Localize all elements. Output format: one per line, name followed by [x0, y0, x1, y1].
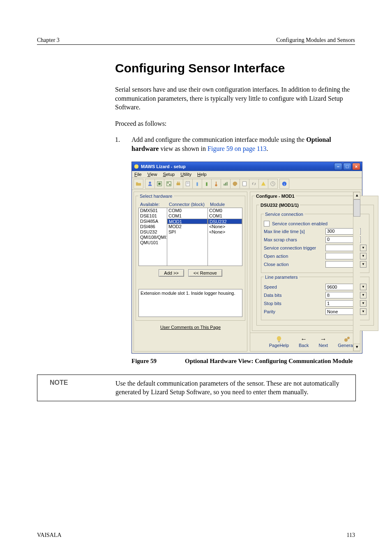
trigger-label: Service connection trigger	[264, 245, 325, 250]
paragraph-intro: Serial sensors have and use their own co…	[115, 85, 355, 112]
tb-warn-icon[interactable]	[258, 179, 268, 189]
tb-report-icon[interactable]	[240, 179, 249, 189]
service-legend: Service connection	[264, 212, 304, 217]
module-item-selected[interactable]: DSU232	[208, 219, 242, 224]
wizard-navbar: PageHelp ← Back → Next	[250, 333, 360, 351]
note-box: NOTE Use the default communication param…	[37, 375, 356, 401]
tb-link-icon[interactable]	[249, 179, 259, 189]
speed-select[interactable]: 9600▼	[325, 284, 367, 290]
tb-board2-icon[interactable]	[164, 179, 174, 189]
tb-user-icon[interactable]	[145, 179, 155, 189]
parity-select[interactable]: None▼	[325, 308, 367, 315]
menu-help[interactable]: Help	[197, 172, 207, 177]
module-item[interactable]: COM0	[208, 208, 242, 213]
user-comments-link[interactable]: User Comments on This Page	[134, 322, 247, 332]
titlebar[interactable]: MAWS Lizard - setup – □ ×	[132, 162, 362, 171]
svg-rect-23	[278, 341, 280, 342]
svg-point-25	[347, 337, 350, 339]
chevron-down-icon[interactable]: ▼	[360, 261, 366, 267]
chevron-down-icon[interactable]: ▼	[360, 309, 366, 314]
remove-button[interactable]: << Remove	[188, 269, 222, 277]
connector-item[interactable]: SPI	[167, 229, 208, 235]
idle-label: Max line idle time [s]	[264, 229, 325, 234]
select-hardware-legend: Select hardware	[138, 194, 174, 199]
chevron-down-icon[interactable]: ▼	[360, 292, 366, 298]
header-right: Configuring Modules and Sensors	[276, 37, 355, 44]
databits-label: Data bits	[264, 293, 325, 298]
speed-label: Speed	[264, 284, 325, 289]
connector-item[interactable]: MOD2	[167, 224, 208, 229]
svg-rect-12	[196, 182, 198, 186]
bulb-icon	[269, 335, 289, 343]
menu-utility[interactable]: Utility	[180, 172, 191, 177]
module-item[interactable]: <None>	[208, 224, 242, 229]
pagehelp-button[interactable]: PageHelp	[269, 335, 289, 348]
menu-setup[interactable]: Setup	[163, 172, 175, 177]
header-rule	[37, 44, 355, 45]
tb-palette-icon[interactable]	[230, 179, 240, 189]
menu-file[interactable]: File	[134, 172, 142, 177]
step-text-a: Add and configure the communication inte…	[131, 136, 306, 143]
svg-rect-2	[158, 183, 160, 185]
svg-point-0	[149, 181, 151, 183]
tb-open-icon[interactable]	[134, 179, 143, 189]
available-item[interactable]: DSI485A	[139, 219, 167, 224]
chevron-down-icon[interactable]: ▼	[360, 284, 366, 290]
open-select[interactable]: ▼	[325, 253, 367, 259]
tb-thermo-icon[interactable]	[211, 179, 221, 189]
right-scrollbar[interactable]: ▴ ▾	[353, 192, 360, 351]
available-item[interactable]: DSI486	[139, 224, 167, 229]
chevron-down-icon[interactable]: ▼	[360, 245, 366, 251]
maximize-button[interactable]: □	[343, 163, 351, 170]
available-item[interactable]: DMX501	[139, 208, 167, 213]
menu-view[interactable]: View	[148, 172, 157, 177]
tb-doc-icon[interactable]	[183, 179, 193, 189]
open-label: Open action	[264, 254, 325, 259]
parity-label: Parity	[264, 309, 325, 314]
back-button[interactable]: ← Back	[299, 335, 309, 348]
tb-board1-icon[interactable]	[154, 179, 164, 189]
header-left: Chapter 3	[37, 37, 60, 44]
stopbits-label: Stop bits	[264, 301, 325, 306]
close-select[interactable]: ▼	[325, 261, 367, 268]
stopbits-select[interactable]: 1▼	[325, 300, 367, 307]
scroll-up-icon[interactable]: ▴	[353, 192, 360, 199]
maws-lizard-window: MAWS Lizard - setup – □ × File View Setu…	[131, 162, 362, 354]
trigger-select[interactable]: ▼	[325, 245, 367, 251]
tb-sensor2-icon[interactable]	[202, 179, 212, 189]
arrow-left-icon: ←	[299, 335, 309, 343]
module-item[interactable]: COM1	[208, 213, 242, 219]
minimize-button[interactable]: –	[334, 163, 342, 170]
connector-list[interactable]: COM0 COM1 MOD1 MOD2 SPI	[167, 208, 208, 266]
available-item[interactable]: QMI108/QMI118	[139, 235, 167, 240]
next-button[interactable]: → Next	[319, 335, 328, 348]
connector-item[interactable]: COM0	[167, 208, 208, 213]
connector-item[interactable]: COM1	[167, 213, 208, 219]
svg-rect-4	[168, 182, 169, 183]
available-item[interactable]: DSE101	[139, 213, 167, 219]
service-enabled-checkbox[interactable]	[264, 221, 270, 227]
tb-info-icon[interactable]: i	[279, 179, 289, 189]
tb-connector-icon[interactable]	[173, 179, 183, 189]
connector-item-selected[interactable]: MOD1	[167, 219, 208, 224]
figure-link[interactable]: Figure 59 on page 113	[208, 145, 266, 152]
chevron-down-icon[interactable]: ▼	[360, 301, 366, 306]
tb-clock-icon[interactable]	[268, 179, 278, 189]
hint-box: Extension module slot 1. Inside logger h…	[138, 289, 242, 317]
add-button[interactable]: Add >>	[159, 269, 184, 277]
menubar: File View Setup Utility Help	[132, 171, 362, 178]
svg-rect-6	[177, 183, 180, 185]
tb-sensor-icon[interactable]	[192, 179, 202, 189]
databits-select[interactable]: 8▼	[325, 292, 367, 298]
scroll-thumb[interactable]	[353, 199, 360, 217]
step-number: 1.	[115, 135, 130, 144]
available-item[interactable]: DSU232	[139, 229, 167, 235]
tb-chart-icon[interactable]	[221, 179, 231, 189]
chevron-down-icon[interactable]: ▼	[360, 253, 366, 259]
close-button[interactable]: ×	[352, 163, 360, 170]
scroll-down-icon[interactable]: ▾	[353, 344, 360, 351]
module-list[interactable]: COM0 COM1 DSU232 <None> <None>	[208, 208, 242, 266]
available-list[interactable]: DMX501 DSE101 DSI485A DSI486 DSU232 QMI1…	[138, 208, 167, 266]
available-item[interactable]: QMU101	[139, 240, 167, 245]
module-item[interactable]: <None>	[208, 229, 242, 235]
